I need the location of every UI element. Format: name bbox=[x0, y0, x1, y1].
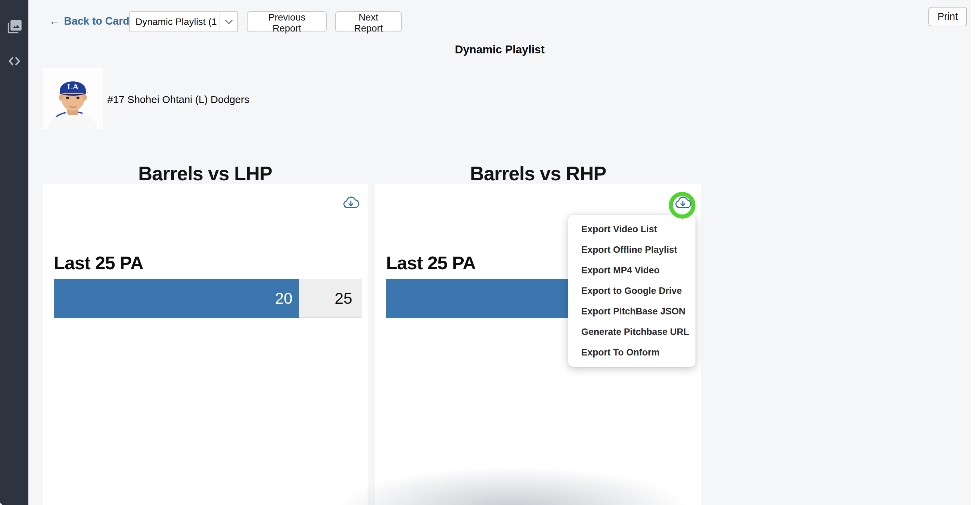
export-cloud-button-lhp[interactable] bbox=[342, 196, 360, 210]
code-icon bbox=[7, 54, 22, 68]
export-menu-item[interactable]: Export To Onform bbox=[568, 342, 695, 363]
next-report-button[interactable]: Next Report bbox=[335, 11, 402, 32]
bar-subtitle: Last 25 PA bbox=[54, 252, 143, 273]
sidebar-button-code[interactable] bbox=[0, 50, 29, 72]
export-cloud-button-rhp[interactable] bbox=[674, 196, 691, 210]
previous-report-button[interactable]: Previous Report bbox=[247, 11, 327, 32]
export-menu-item[interactable]: Export Offline Playlist bbox=[568, 239, 695, 260]
chevron-down-icon bbox=[225, 16, 233, 24]
export-menu-item[interactable]: Export PitchBase JSON bbox=[568, 301, 695, 322]
print-button[interactable]: Print bbox=[928, 7, 967, 26]
chart-title-rhp: Barrels vs RHP bbox=[375, 162, 701, 185]
playlist-dropdown-value: Dynamic Playlist (1 P... bbox=[130, 16, 220, 27]
chart-title-lhp: Barrels vs LHP bbox=[43, 162, 368, 185]
export-menu: Export Video ListExport Offline Playlist… bbox=[568, 215, 695, 367]
page-title: Dynamic Playlist bbox=[29, 43, 971, 56]
svg-text:LA: LA bbox=[67, 82, 79, 91]
export-menu-item[interactable]: Export to Google Drive bbox=[568, 280, 695, 301]
export-menu-item[interactable]: Generate Pitchbase URL bbox=[568, 322, 695, 342]
pa-bar-value: 20 bbox=[275, 289, 299, 307]
back-to-cards-label: Back to Cards bbox=[64, 15, 135, 27]
dropdown-caret-box bbox=[220, 12, 237, 32]
playlist-dropdown[interactable]: Dynamic Playlist (1 P... bbox=[129, 11, 238, 32]
pa-bar-fill: 20 bbox=[54, 279, 299, 318]
cloud-download-icon bbox=[674, 196, 691, 210]
pa-bar-total: 25 bbox=[335, 279, 352, 317]
player-name: #17 Shohei Ohtani (L) Dodgers bbox=[107, 94, 249, 105]
player-avatar: LA bbox=[43, 68, 103, 129]
photo-library-icon bbox=[6, 19, 22, 35]
export-menu-item[interactable]: Export Video List bbox=[568, 219, 695, 239]
pa-bar: 20 25 bbox=[54, 279, 361, 318]
scrollbar-track[interactable] bbox=[971, 0, 980, 505]
sidebar-button-media[interactable] bbox=[0, 16, 29, 38]
export-menu-item[interactable]: Export MP4 Video bbox=[568, 260, 695, 280]
bar-subtitle: Last 25 PA bbox=[386, 252, 476, 273]
chart-card-lhp: Last 25 PA 20 25 bbox=[43, 184, 368, 505]
cloud-download-icon bbox=[342, 196, 360, 210]
back-arrow-icon: ← bbox=[49, 15, 60, 27]
back-to-cards-link[interactable]: ← Back to Cards bbox=[49, 15, 135, 27]
sidebar bbox=[0, 0, 29, 505]
